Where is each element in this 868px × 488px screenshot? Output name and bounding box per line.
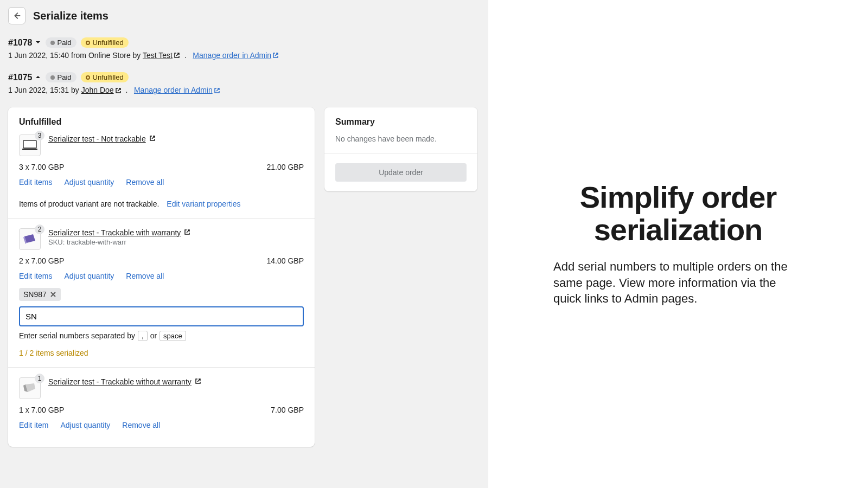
summary-card: Summary No changes have been made. Updat… xyxy=(324,107,477,191)
chevron-down-icon xyxy=(35,38,41,48)
order-meta-text: 1 Jun 2022, 15:31 by xyxy=(8,86,81,94)
paid-badge: Paid xyxy=(46,72,76,82)
back-button[interactable] xyxy=(8,7,25,24)
serial-input-help: Enter serial numbers separated by , or s… xyxy=(19,331,304,341)
space-key-chip: space xyxy=(159,331,186,341)
product-title-link[interactable]: Serializer test - Trackable with warrant… xyxy=(48,228,190,237)
unfulfilled-badge: Unfulfilled xyxy=(81,72,129,82)
summary-title: Summary xyxy=(324,107,477,134)
remove-all-button[interactable]: Remove all xyxy=(122,421,160,429)
external-link-icon xyxy=(195,377,201,386)
adjust-quantity-button[interactable]: Adjust quantity xyxy=(64,272,114,280)
remove-all-button[interactable]: Remove all xyxy=(126,272,164,280)
item-price-total: 7.00 GBP xyxy=(271,406,304,414)
edit-items-button[interactable]: Edit items xyxy=(19,178,52,187)
chevron-up-icon xyxy=(35,73,41,82)
product-thumbnail: 2 xyxy=(19,228,41,250)
item-price-calc: 3 x 7.00 GBP xyxy=(19,163,64,171)
edit-variant-properties-button[interactable]: Edit variant properties xyxy=(167,200,240,208)
external-link-icon xyxy=(149,134,156,143)
unfulfilled-badge: Unfulfilled xyxy=(81,37,129,48)
order-number: #1078 xyxy=(8,38,33,48)
external-link-icon xyxy=(214,87,220,95)
unfulfilled-card: Unfulfilled 3 Serializer test - Not trac… xyxy=(8,107,315,447)
edit-item-button[interactable]: Edit item xyxy=(19,421,48,429)
item-price-total: 21.00 GBP xyxy=(267,163,304,171)
external-link-icon xyxy=(174,52,180,60)
external-link-icon xyxy=(272,52,279,60)
edit-items-button[interactable]: Edit items xyxy=(19,272,52,280)
serial-tag: SN987 xyxy=(19,288,61,301)
product-thumbnail: 3 xyxy=(19,134,41,156)
line-item: 3 Serializer test - Not trackable 3 x 7.… xyxy=(8,134,315,219)
external-link-icon xyxy=(184,228,190,237)
serialized-count: 1 / 2 items serialized xyxy=(19,349,304,357)
promo-title: Simplify order serialization xyxy=(510,181,846,247)
order-number-toggle[interactable]: #1075 xyxy=(8,73,41,82)
summary-body: No changes have been made. xyxy=(324,134,477,153)
product-sku: SKU: trackable-with-warr xyxy=(48,238,190,246)
serial-number-input[interactable] xyxy=(19,306,304,326)
comma-key-chip: , xyxy=(138,331,148,341)
line-item: 1 Serializer test - Trackable without wa… xyxy=(8,368,315,447)
manage-order-admin-link[interactable]: Manage order in Admin xyxy=(134,86,220,94)
remove-all-button[interactable]: Remove all xyxy=(126,178,164,187)
adjust-quantity-button[interactable]: Adjust quantity xyxy=(60,421,110,429)
paid-badge: Paid xyxy=(46,37,76,48)
not-trackable-note: Items of product variant are not trackab… xyxy=(19,200,159,208)
order-number-toggle[interactable]: #1078 xyxy=(8,38,41,48)
order-author-link[interactable]: Test Test xyxy=(143,51,180,60)
product-thumbnail: 1 xyxy=(19,377,41,399)
external-link-icon xyxy=(115,87,122,95)
promo-subtitle: Add serial numbers to multiple orders on… xyxy=(553,259,803,307)
adjust-quantity-button[interactable]: Adjust quantity xyxy=(64,178,114,187)
qty-badge: 3 xyxy=(35,131,44,140)
qty-badge: 2 xyxy=(35,224,44,234)
close-icon[interactable] xyxy=(50,291,56,298)
page-title: Serialize items xyxy=(33,10,108,22)
product-title-link[interactable]: Serializer test - Trackable without warr… xyxy=(48,377,201,386)
qty-badge: 1 xyxy=(35,374,44,383)
order-meta-text: 1 Jun 2022, 15:40 from Online Store by xyxy=(8,51,143,60)
line-item: 2 Serializer test - Trackable with warra… xyxy=(8,219,315,368)
svg-rect-0 xyxy=(23,140,36,148)
item-price-calc: 1 x 7.00 GBP xyxy=(19,406,64,414)
item-price-calc: 2 x 7.00 GBP xyxy=(19,256,64,265)
order-number: #1075 xyxy=(8,73,33,82)
update-order-button[interactable]: Update order xyxy=(335,163,467,182)
product-title-link[interactable]: Serializer test - Not trackable xyxy=(48,134,156,143)
unfulfilled-title: Unfulfilled xyxy=(8,107,315,134)
order-author-link[interactable]: John Doe xyxy=(81,86,122,94)
svg-rect-1 xyxy=(22,149,37,150)
item-price-total: 14.00 GBP xyxy=(267,256,304,265)
manage-order-admin-link[interactable]: Manage order in Admin xyxy=(193,51,279,60)
